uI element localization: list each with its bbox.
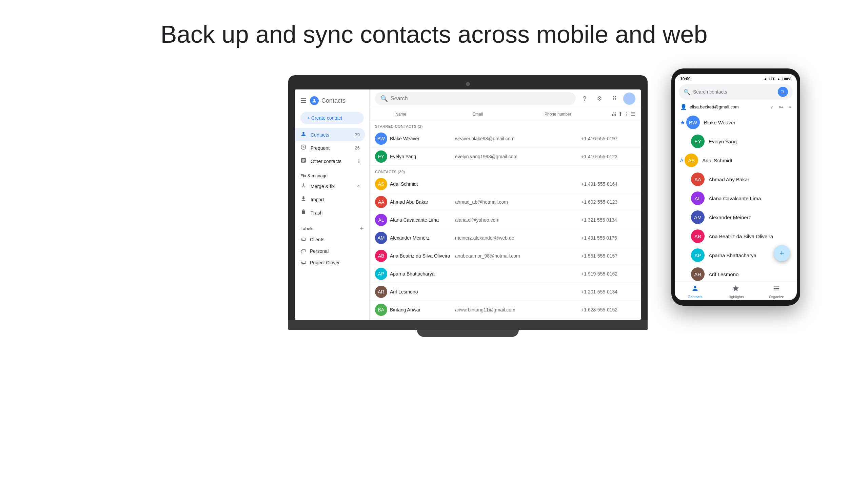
contact-name: Ana Beatriz da Silva Oliveira [390, 253, 452, 259]
list-item[interactable]: AA Ahmad Aby Bakar [675, 170, 797, 189]
contact-name: Alexander Meinerz [390, 235, 452, 241]
contact-name: Alana Cavalcante Lima [709, 196, 791, 201]
labels-title: Labels [300, 226, 313, 231]
list-item[interactable]: AR Arif Lesmono [675, 265, 797, 282]
contact-name: Ahmad Aby Bakar [709, 177, 791, 182]
phone-search-bar[interactable]: 🔍 Search contacts EL [679, 84, 793, 100]
sidebar-item-import[interactable]: Import [295, 193, 365, 206]
list-item[interactable]: EY Evelyn Yang [675, 132, 797, 151]
contact-avatar: AP [375, 268, 387, 280]
star-indicator: ★ [680, 119, 685, 126]
table-row[interactable]: BW Blake Weaver weaver.blake98@gmail.com… [370, 319, 641, 320]
list-icon[interactable]: ☰ [631, 111, 635, 117]
signal-icon: ▲ [764, 77, 767, 81]
contact-avatar: EY [375, 150, 387, 163]
table-row[interactable]: AM Alexander Meinerz meinerz.alexander@w… [370, 229, 641, 247]
phone-nav-highlights[interactable]: Highlights [715, 285, 756, 299]
contact-name: Adal Schmidt [390, 181, 452, 187]
table-row[interactable]: EY Evelyn Yang evelyn.yang1998@gmail.com… [370, 148, 641, 166]
list-item[interactable]: AM Alexander Meinerz [675, 208, 797, 227]
label-project-clover[interactable]: 🏷 Project Clover [295, 257, 369, 268]
account-icon: 👤 [680, 104, 687, 110]
fab-add-button[interactable]: + [774, 245, 790, 261]
contact-name: Ahmad Abu Bakar [390, 199, 452, 205]
col-header-name: Name [395, 112, 470, 117]
search-input[interactable] [391, 96, 570, 102]
contact-phone: +1 491-555-0164 [581, 181, 635, 187]
label-clients-text: Clients [310, 237, 324, 242]
trash-icon [300, 209, 307, 217]
fix-manage-section-label: Fix & manage [295, 168, 369, 180]
more-icon[interactable]: ⋮ [624, 111, 629, 117]
print-icon[interactable]: 🖨 [611, 111, 617, 117]
create-contact-button[interactable]: + Create contact [300, 112, 364, 124]
phone-nav-highlights-icon [732, 285, 739, 294]
col-header-email: Email [473, 112, 542, 117]
phone-user-avatar[interactable]: EL [778, 87, 788, 97]
phone-status-bar: 10:00 ▲ LTE ▲ 100% [675, 74, 797, 83]
sidebar-item-merge[interactable]: Merge & fix 4 [295, 180, 365, 193]
label-personal-icon: 🏷 [300, 248, 306, 254]
label-personal[interactable]: 🏷 Personal [295, 245, 369, 257]
contact-avatar: AP [691, 248, 705, 262]
help-button[interactable]: ? [578, 93, 591, 105]
phone-account-row[interactable]: 👤 elisa.beckett@gmail.com ∨ 🏷 ≡ [675, 102, 797, 113]
contact-name: Alana Cavalcante Lima [390, 217, 452, 223]
phone-screen: 10:00 ▲ LTE ▲ 100% 🔍 Search contacts EL [675, 74, 797, 300]
contact-avatar: AR [691, 267, 705, 281]
search-icon: 🔍 [380, 95, 388, 102]
list-item[interactable]: AL Alana Cavalcante Lima [675, 189, 797, 208]
label-clients[interactable]: 🏷 Clients [295, 234, 369, 245]
list-item[interactable]: AB Ana Beatriz da Silva Oliveira [675, 227, 797, 246]
contact-email: anabeaamor_98@hotmail.com [455, 253, 578, 259]
export-icon[interactable]: ⬆ [618, 111, 623, 117]
contact-email: evelyn.yang1998@gmail.com [455, 154, 578, 159]
table-row[interactable]: AB Ana Beatriz da Silva Oliveira anabeaa… [370, 247, 641, 265]
add-label-button[interactable]: + [360, 225, 364, 232]
contact-name: Evelyn Yang [390, 154, 452, 159]
search-bar[interactable]: 🔍 [375, 92, 576, 105]
laptop-device: ☰ Contacts + Create contact [288, 75, 648, 337]
apps-button[interactable]: ⠿ [608, 93, 620, 105]
phone-nav-organize[interactable]: Organize [756, 285, 797, 299]
sidebar-item-contacts[interactable]: Contacts 39 [295, 128, 365, 141]
import-nav-label: Import [311, 197, 324, 202]
contact-phone: +1 201-555-0134 [581, 289, 635, 294]
contact-avatar: BW [686, 116, 700, 129]
label-personal-text: Personal [310, 248, 329, 254]
contact-name: Alexander Meinerz [709, 215, 791, 220]
other-contacts-info-icon: ℹ [358, 159, 360, 164]
contact-phone: +1 628-555-0152 [581, 307, 635, 312]
contact-name: Arif Lesmono [709, 271, 791, 277]
table-row[interactable]: AP Aparna Bhattacharya +1 919-555-0162 [370, 265, 641, 283]
user-avatar-button[interactable] [623, 93, 635, 105]
contact-phone: +1 321 555 0134 [581, 217, 635, 223]
account-email: elisa.beckett@gmail.com [690, 104, 767, 109]
phone-contacts-app: 10:00 ▲ LTE ▲ 100% 🔍 Search contacts EL [675, 74, 797, 300]
contact-avatar: AB [375, 250, 387, 262]
settings-button[interactable]: ⚙ [593, 93, 606, 105]
table-row[interactable]: AR Arif Lesmono +1 201-555-0134 [370, 283, 641, 301]
table-row[interactable]: AS Adal Schmidt +1 491-555-0164 [370, 175, 641, 193]
table-row[interactable]: AL Alana Cavalcante Lima alana.cl@yahoo.… [370, 211, 641, 229]
sidebar-item-trash[interactable]: Trash [295, 206, 365, 219]
sidebar: ☰ Contacts + Create contact [295, 89, 370, 320]
contacts-logo-icon [310, 96, 319, 105]
table-row[interactable]: AA Ahmad Abu Bakar ahmad_ab@hotmail.com … [370, 193, 641, 211]
starred-indicator-row: ★ BW Blake Weaver [675, 113, 797, 132]
hamburger-icon[interactable]: ☰ [300, 97, 307, 105]
phone-search-placeholder: Search contacts [693, 89, 775, 95]
table-row[interactable]: BW Blake Weaver weaver.blake98@gmail.com… [370, 130, 641, 148]
contacts-section-header: CONTACTS (39) [370, 166, 641, 175]
sidebar-header: ☰ Contacts [295, 94, 369, 110]
label-project-clover-text: Project Clover [310, 260, 340, 265]
sidebar-item-other-contacts[interactable]: Other contacts ℹ [295, 155, 365, 168]
list-item[interactable]: BW Blake Weaver [686, 114, 794, 130]
col-header-phone: Phone number [545, 112, 599, 117]
phone-nav-organize-label: Organize [769, 295, 784, 299]
table-row[interactable]: BA Bintang Anwar anwarbintang11@gmail.co… [370, 301, 641, 319]
status-right: ▲ LTE ▲ 100% [764, 77, 791, 81]
list-item[interactable]: AS Adal Schmidt [685, 152, 794, 168]
sidebar-item-frequent[interactable]: Frequent 26 [295, 141, 365, 155]
phone-nav-contacts[interactable]: Contacts [675, 285, 715, 299]
